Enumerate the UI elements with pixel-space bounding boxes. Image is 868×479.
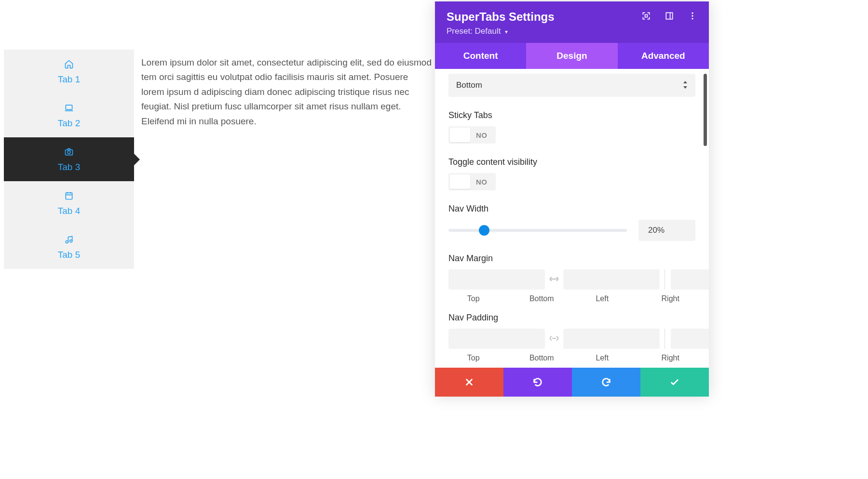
margin-bottom-input[interactable] [563,269,660,290]
svg-rect-6 [645,15,648,17]
panel-tabs: Content Design Advanced [435,43,709,69]
tab-item-2[interactable]: Tab 2 [4,93,134,137]
toggle-content-label: Toggle content visibility [448,157,695,167]
nav-margin-label: Nav Margin [448,253,695,264]
padding-top-label: Top [448,354,499,362]
margin-bottom-label: Bottom [517,294,567,303]
redo-button[interactable] [572,368,640,397]
panel-header: SuperTabs Settings Preset: Default ▾ [435,1,709,43]
link-icon[interactable] [549,335,559,343]
panel-body: Bottom Sticky Tabs NO Toggle content vis… [435,69,709,368]
toggle-content-toggle[interactable]: NO [448,173,496,190]
tab-content-settings[interactable]: Content [435,43,526,69]
tab-label: Tab 1 [58,74,80,85]
tab-content: Lorem ipsum dolor sit amet, consectetur … [134,50,433,269]
more-icon[interactable] [688,11,697,23]
undo-button[interactable] [503,368,572,397]
tab-item-4[interactable]: Tab 4 [4,181,134,225]
camera-icon [64,146,74,157]
preset-selector[interactable]: Preset: Default ▾ [447,27,697,36]
tab-label: Tab 3 [58,162,80,173]
svg-point-2 [68,150,70,153]
margin-left-label: Left [577,294,627,303]
svg-point-10 [692,18,693,19]
margin-left-input[interactable] [671,269,709,290]
calendar-icon [64,190,74,201]
tab-label: Tab 5 [58,250,80,260]
expand-icon[interactable] [641,11,651,23]
svg-point-8 [692,13,693,14]
chevron-down-icon: ▾ [505,28,508,35]
margin-right-label: Right [646,294,696,303]
laptop-icon [64,103,74,113]
nav-width-slider[interactable] [448,229,627,232]
margin-top-label: Top [448,294,499,303]
sticky-tabs-label: Sticky Tabs [448,110,695,120]
panel-layout-icon[interactable] [665,11,674,23]
music-icon [64,234,74,245]
panel-footer [435,368,709,397]
toggle-knob [450,174,470,189]
padding-top-input[interactable] [448,329,545,349]
tab-label: Tab 4 [58,206,80,216]
slider-thumb[interactable] [479,225,489,236]
sticky-tabs-toggle[interactable]: NO [448,126,496,144]
scrollbar[interactable] [704,74,707,146]
svg-rect-7 [666,13,672,19]
tab-nav: Tab 1 Tab 2 Tab 3 Tab 4 Tab 5 [4,50,134,269]
toggle-knob [450,128,470,142]
save-button[interactable] [640,368,709,397]
cancel-button[interactable] [435,368,503,397]
tab-item-3[interactable]: Tab 3 [4,137,134,181]
preview-area: Tab 1 Tab 2 Tab 3 Tab 4 Tab 5 [4,50,433,269]
home-icon [64,59,74,69]
position-dropdown[interactable]: Bottom [448,74,695,97]
svg-rect-0 [66,105,72,109]
padding-left-input[interactable] [671,329,709,349]
padding-bottom-label: Bottom [517,354,567,362]
settings-panel: SuperTabs Settings Preset: Default ▾ Con… [435,1,709,397]
padding-left-label: Left [577,354,627,362]
nav-width-label: Nav Width [448,204,695,214]
tab-item-5[interactable]: Tab 5 [4,225,134,269]
tab-advanced-settings[interactable]: Advanced [618,43,709,69]
padding-right-label: Right [646,354,696,362]
padding-bottom-input[interactable] [563,329,660,349]
svg-point-9 [692,15,693,16]
tab-label: Tab 2 [58,118,80,129]
panel-title: SuperTabs Settings [447,10,555,24]
select-caret-icon [683,81,688,90]
svg-rect-3 [66,193,72,199]
tab-design-settings[interactable]: Design [526,43,617,69]
nav-width-value[interactable]: 20% [638,220,695,241]
link-icon[interactable] [549,276,559,283]
margin-top-input[interactable] [448,269,545,290]
tab-item-1[interactable]: Tab 1 [4,50,134,93]
nav-padding-label: Nav Padding [448,313,695,323]
